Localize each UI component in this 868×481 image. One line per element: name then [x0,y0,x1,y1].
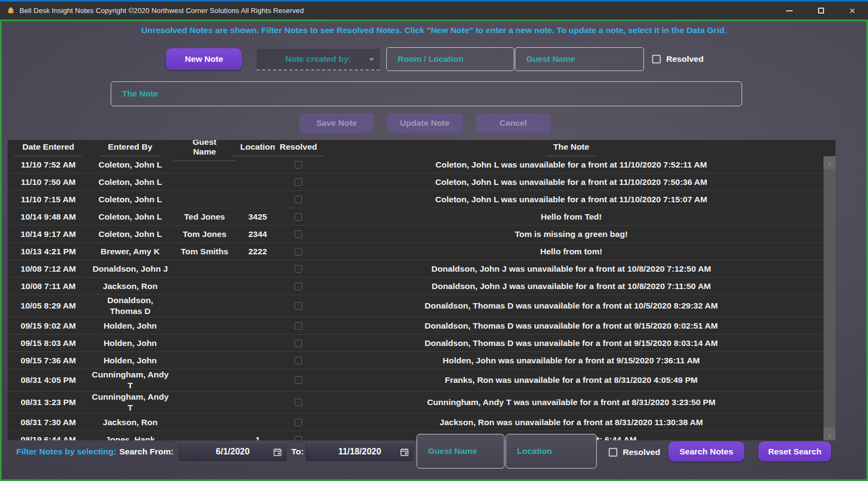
resolved-checkbox[interactable] [609,448,617,457]
scroll-up-icon[interactable]: ↑ [824,156,835,169]
app-window: Bell Desk Insight Notes Copyright ©2020 … [0,0,868,481]
cell-resolved [278,161,319,169]
resolved-checkbox[interactable] [295,178,302,186]
cell-date: 08/31 4:05 PM [8,375,89,386]
resolved-label: Resolved [666,54,704,64]
table-row[interactable]: 08/31 3:23 PMCunningham, Andy TCunningha… [8,392,824,414]
cell-resolved [278,265,319,273]
resolved-checkbox[interactable] [295,196,302,203]
cell-resolved [278,436,319,441]
save-note-button[interactable]: Save Note [299,113,374,133]
resolved-checkbox[interactable] [295,230,302,238]
resolved-checkbox[interactable] [295,436,302,441]
cell-entered: Coleton, John L [89,211,171,222]
update-note-button[interactable]: Update Note [387,113,463,133]
filter-guest-name-input[interactable] [417,434,505,469]
table-row[interactable]: 08/19 6:44 AMJones, Hank11 was assigned … [8,431,824,440]
resolved-checkbox[interactable] [295,283,302,290]
cell-resolved [278,178,319,186]
cell-note: Coleton, John L was unavailable for a fr… [319,177,824,188]
close-icon: × [849,5,855,16]
table-row[interactable]: 10/08 7:11 AMJackson, RonDonaldson, John… [8,278,824,295]
scroll-down-icon[interactable]: ↓ [824,427,835,440]
reset-search-button[interactable]: Reset Search [758,441,831,461]
resolved-checkbox[interactable] [295,399,302,406]
table-row[interactable]: 08/31 4:05 PMCunningham, Andy TFranks, R… [8,369,824,392]
cell-resolved [278,213,319,221]
table-row[interactable]: 10/08 7:12 AMDonaldson, John JDonaldson,… [8,260,824,278]
cell-note: Jackson, Ron was unavailable for a front… [319,417,824,428]
resolved-checkbox[interactable] [295,265,302,273]
cell-date: 08/31 7:30 AM [8,417,89,428]
table-row[interactable]: 09/15 7:36 AMHolden, JohnHolden, John wa… [8,352,824,369]
room-location-input[interactable] [386,47,514,71]
column-header-guest-name[interactable]: Guest Name [171,140,238,161]
column-header-entered-by[interactable]: Entered By [89,140,171,156]
window-frame [0,20,2,481]
cell-entered: Cunningham, Andy T [89,369,171,391]
cell-guest: Ted Jones [171,211,238,222]
created-by-dropdown[interactable]: Note created by: [257,49,380,70]
cell-note: Hello from tom! [319,246,824,257]
column-header-the-note[interactable]: The Note [319,140,824,156]
table-row[interactable]: 10/05 8:29 AMDonaldson, Thomas DDonaldso… [8,295,824,317]
table-row[interactable]: 11/10 7:50 AMColeton, John LColeton, Joh… [8,174,824,191]
close-button[interactable]: × [837,2,868,20]
cell-loc: 2344 [238,229,278,240]
minimize-button[interactable] [774,2,805,20]
resolved-checkbox[interactable] [295,419,302,426]
grid-body: 11/10 7:52 AMColeton, John LColeton, Joh… [8,156,835,440]
note-text-input[interactable] [111,81,742,106]
maximize-icon [818,8,824,14]
search-from-date-picker[interactable]: 6/1/2020 [179,442,286,461]
table-row[interactable]: 09/15 9:02 AMHolden, JohnDonaldson, Thom… [8,317,824,335]
resolved-checkbox[interactable] [295,339,302,347]
table-row[interactable]: 11/10 7:52 AMColeton, John LColeton, Joh… [8,156,824,174]
column-header-date-entered[interactable]: Date Entered [8,140,89,156]
bell-icon [7,7,15,15]
resolved-checkbox[interactable] [295,213,302,221]
resolved-checkbox[interactable] [652,55,661,63]
resolved-checkbox[interactable] [295,161,302,169]
table-row[interactable]: 11/10 7:15 AMColeton, John LColeton, Joh… [8,191,824,208]
maximize-button[interactable] [805,2,837,20]
window-controls: × [774,2,868,20]
chevron-down-icon [369,58,374,61]
search-from-label: Search From: [119,447,174,457]
table-row[interactable]: 10/13 4:21 PMBrewer, Amy KTom Smiths2222… [8,243,824,260]
calendar-icon[interactable] [273,448,282,456]
cell-date: 10/14 9:17 AM [8,229,89,240]
search-to-date-picker[interactable]: 11/18/2020 [306,442,413,461]
cell-entered: Holden, John [89,320,171,331]
resolved-checkbox[interactable] [295,357,302,364]
resolved-checkbox[interactable] [295,322,302,330]
cancel-button[interactable]: Cancel [476,113,551,133]
titlebar[interactable]: Bell Desk Insight Notes Copyright ©2020 … [0,2,868,20]
table-row[interactable]: 08/31 7:30 AMJackson, RonJackson, Ron wa… [8,414,824,431]
column-header-resolved[interactable]: Resolved [278,140,319,156]
cell-date: 10/13 4:21 PM [8,246,89,257]
resolved-checkbox[interactable] [295,302,302,310]
cell-resolved [278,302,319,310]
resolved-checkbox[interactable] [295,376,302,384]
scrollbar-thumb[interactable] [824,169,835,427]
cell-resolved [278,399,319,406]
table-row[interactable]: 10/14 9:48 AMColeton, John LTed Jones342… [8,208,824,226]
calendar-icon[interactable] [400,448,409,456]
table-row[interactable]: 10/14 9:17 AMColeton, John LTom Jones234… [8,226,824,243]
filter-location-input[interactable] [506,434,597,469]
search-notes-button[interactable]: Search Notes [668,441,744,461]
to-label: To: [291,447,304,457]
cell-guest: Tom Jones [171,229,238,240]
cell-entered: Brewer, Amy K [89,246,171,257]
cell-resolved [278,376,319,384]
cell-date: 08/31 3:23 PM [8,397,89,408]
guest-name-input[interactable] [515,47,644,71]
instruction-text: Unresolved Notes are shown. Filter Notes… [0,25,868,35]
cell-date: 09/15 9:02 AM [8,320,89,331]
vertical-scrollbar[interactable]: ↑ ↓ [824,156,835,440]
new-note-button[interactable]: New Note [166,48,242,70]
table-row[interactable]: 09/15 8:03 AMHolden, JohnDonaldson, Thom… [8,335,824,352]
cell-resolved [278,339,319,347]
resolved-checkbox[interactable] [295,248,302,255]
